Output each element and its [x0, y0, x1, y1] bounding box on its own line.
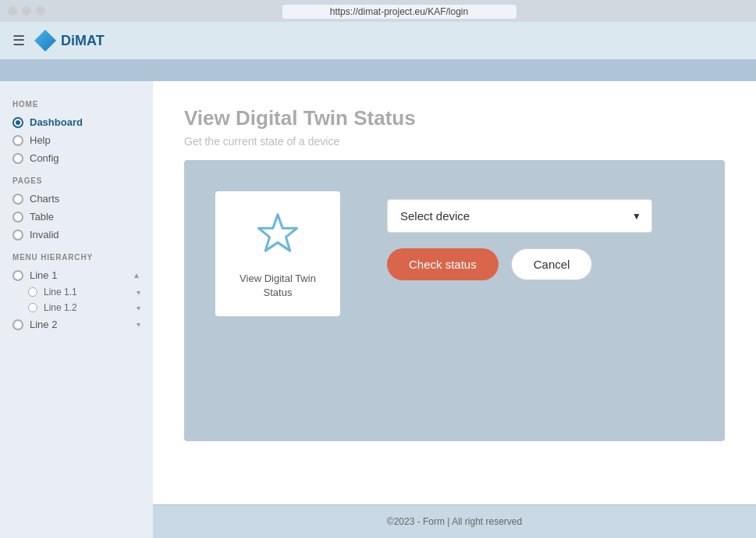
page-title: View Digital Twin Status [184, 106, 725, 130]
brand-name: DiMAT [61, 33, 105, 49]
form-controls: Select device ▼ Check status Cancel [387, 191, 694, 280]
sidebar-sub-radio-line11 [28, 287, 37, 297]
brand-logo-icon [34, 30, 56, 52]
sidebar-item-line1[interactable]: Line 1 ▲ [0, 266, 153, 284]
sidebar-chevron-line12: ▾ [137, 304, 140, 312]
sidebar-sublabel-line11: Line 1.1 [44, 287, 77, 298]
select-device-wrapper: Select device ▼ [387, 199, 652, 233]
topnav: ☰ DiMAT [0, 22, 756, 59]
sidebar-item-table[interactable]: Table [0, 208, 153, 226]
sidebar-chevron-line1: ▲ [133, 271, 140, 280]
sidebar-label-invalid: Invalid [30, 229, 59, 240]
sidebar-label-line2: Line 2 [30, 319, 57, 330]
titlebar: https://dimat-project.eu/KAF/login [0, 0, 756, 22]
sidebar-label-help: Help [30, 134, 51, 146]
hamburger-icon[interactable]: ☰ [12, 32, 25, 49]
main-content: View Digital Twin Status Get the current… [153, 81, 756, 538]
star-icon [250, 208, 305, 262]
footer: ©2023 - Form | All right reserved [153, 504, 756, 538]
check-status-button[interactable]: Check status [387, 248, 499, 280]
sidebar-radio-dashboard [12, 117, 23, 128]
brand: DiMAT [34, 30, 105, 52]
sidebar-radio-config [12, 153, 23, 164]
titlebar-dot-1 [8, 6, 17, 16]
sidebar-radio-line2 [12, 319, 23, 330]
sidebar-chevron-line2: ▾ [137, 320, 140, 329]
sidebar-item-config[interactable]: Config [0, 149, 153, 167]
titlebar-url-bar: https://dimat-project.eu/KAF/login [50, 4, 748, 19]
sidebar-item-dashboard[interactable]: Dashboard [0, 113, 153, 131]
twin-card-label: View Digital Twin Status [228, 272, 328, 300]
page-header: View Digital Twin Status Get the current… [153, 81, 756, 160]
sidebar-item-help[interactable]: Help [0, 131, 153, 149]
sidebar-item-invalid[interactable]: Invalid [0, 226, 153, 244]
sidebar-item-charts[interactable]: Charts [0, 190, 153, 208]
titlebar-dot-2 [22, 6, 31, 16]
sidebar-radio-charts [12, 194, 23, 205]
sidebar-sub-radio-line12 [28, 303, 37, 312]
sidebar-section-home: HOME [0, 100, 153, 113]
sidebar-label-dashboard: Dashboard [30, 116, 83, 128]
sidebar-radio-invalid [12, 230, 23, 240]
sidebar-section-pages: PAGES [0, 176, 153, 190]
cancel-button[interactable]: Cancel [511, 248, 593, 280]
select-device[interactable]: Select device [387, 199, 652, 233]
sidebar: HOME Dashboard Help Config PAGES Charts … [0, 81, 153, 538]
sidebar-label-config: Config [30, 152, 59, 164]
twin-card: View Digital Twin Status [215, 191, 340, 316]
action-buttons: Check status Cancel [387, 248, 694, 280]
card-area: View Digital Twin Status Select device ▼… [184, 160, 725, 441]
url-text: https://dimat-project.eu/KAF/login [282, 5, 516, 19]
sidebar-radio-help [12, 135, 23, 146]
page-body: View Digital Twin Status Select device ▼… [153, 160, 756, 504]
titlebar-dot-3 [36, 6, 45, 16]
footer-text: ©2023 - Form | All right reserved [387, 516, 522, 527]
sidebar-sublabel-line12: Line 1.2 [44, 302, 77, 313]
sidebar-radio-table [12, 212, 23, 223]
sidebar-item-line2[interactable]: Line 2 ▾ [0, 315, 153, 333]
sidebar-subitem-line11[interactable]: Line 1.1 ▾ [0, 284, 153, 300]
sidebar-radio-line1 [12, 270, 23, 281]
sidebar-label-line1: Line 1 [30, 269, 57, 281]
sidebar-subitem-line12[interactable]: Line 1.2 ▾ [0, 300, 153, 315]
sidebar-label-table: Table [30, 211, 54, 223]
main-layout: HOME Dashboard Help Config PAGES Charts … [0, 81, 756, 538]
sidebar-section-menu-hierarchy: MENU HIERARCHY [0, 253, 153, 266]
sidebar-label-charts: Charts [30, 193, 59, 205]
page-subtitle: Get the current state of a device [184, 135, 725, 148]
sidebar-chevron-line11: ▾ [137, 288, 140, 297]
